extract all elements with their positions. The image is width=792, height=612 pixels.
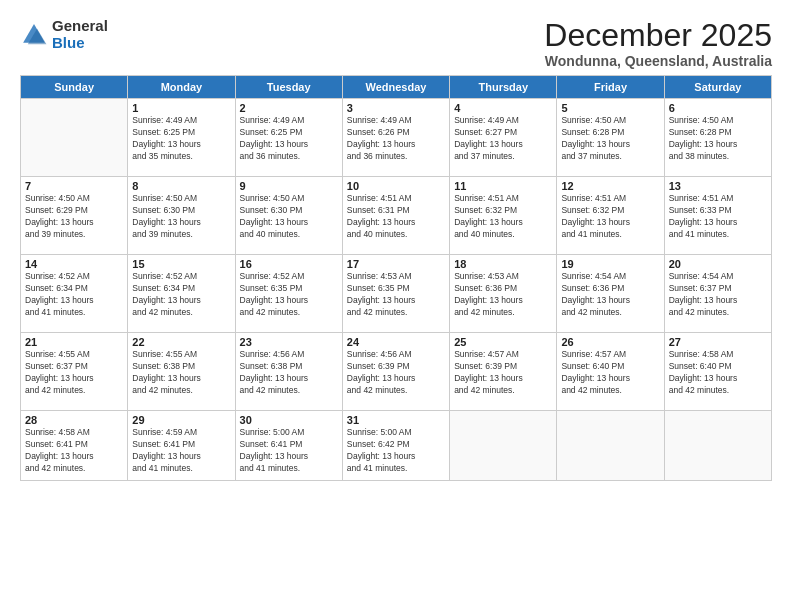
sunset-text: Sunset: 6:36 PM xyxy=(454,283,552,295)
daylight-line1: Daylight: 13 hours xyxy=(454,295,552,307)
calendar-cell: 27Sunrise: 4:58 AMSunset: 6:40 PMDayligh… xyxy=(664,333,771,411)
daylight-line1: Daylight: 13 hours xyxy=(669,139,767,151)
daylight-line2: and 40 minutes. xyxy=(240,229,338,241)
day-number: 12 xyxy=(561,180,659,192)
calendar-cell: 31Sunrise: 5:00 AMSunset: 6:42 PMDayligh… xyxy=(342,411,449,481)
daylight-line2: and 38 minutes. xyxy=(669,151,767,163)
calendar-cell: 18Sunrise: 4:53 AMSunset: 6:36 PMDayligh… xyxy=(450,255,557,333)
sunset-text: Sunset: 6:32 PM xyxy=(454,205,552,217)
day-number: 15 xyxy=(132,258,230,270)
calendar-cell: 22Sunrise: 4:55 AMSunset: 6:38 PMDayligh… xyxy=(128,333,235,411)
daylight-line1: Daylight: 13 hours xyxy=(132,139,230,151)
day-number: 3 xyxy=(347,102,445,114)
sunrise-text: Sunrise: 4:52 AM xyxy=(132,271,230,283)
daylight-line2: and 42 minutes. xyxy=(132,385,230,397)
day-number: 21 xyxy=(25,336,123,348)
daylight-line2: and 42 minutes. xyxy=(669,385,767,397)
sunset-text: Sunset: 6:36 PM xyxy=(561,283,659,295)
daylight-line2: and 42 minutes. xyxy=(347,307,445,319)
daylight-line1: Daylight: 13 hours xyxy=(454,373,552,385)
day-number: 24 xyxy=(347,336,445,348)
daylight-line1: Daylight: 13 hours xyxy=(347,451,445,463)
daylight-line2: and 42 minutes. xyxy=(669,307,767,319)
daylight-line2: and 41 minutes. xyxy=(132,463,230,475)
calendar-week-2: 7Sunrise: 4:50 AMSunset: 6:29 PMDaylight… xyxy=(21,177,772,255)
sunrise-text: Sunrise: 4:49 AM xyxy=(454,115,552,127)
sunset-text: Sunset: 6:26 PM xyxy=(347,127,445,139)
sunrise-text: Sunrise: 4:50 AM xyxy=(25,193,123,205)
day-number: 19 xyxy=(561,258,659,270)
sunrise-text: Sunrise: 4:51 AM xyxy=(347,193,445,205)
calendar-week-4: 21Sunrise: 4:55 AMSunset: 6:37 PMDayligh… xyxy=(21,333,772,411)
day-number: 10 xyxy=(347,180,445,192)
calendar-cell: 17Sunrise: 4:53 AMSunset: 6:35 PMDayligh… xyxy=(342,255,449,333)
daylight-line1: Daylight: 13 hours xyxy=(132,295,230,307)
calendar-header: Sunday Monday Tuesday Wednesday Thursday… xyxy=(21,76,772,99)
daylight-line2: and 40 minutes. xyxy=(454,229,552,241)
sunrise-text: Sunrise: 4:49 AM xyxy=(132,115,230,127)
calendar-cell xyxy=(664,411,771,481)
daylight-line2: and 41 minutes. xyxy=(25,307,123,319)
daylight-line2: and 39 minutes. xyxy=(25,229,123,241)
sunrise-text: Sunrise: 4:50 AM xyxy=(561,115,659,127)
sunset-text: Sunset: 6:37 PM xyxy=(669,283,767,295)
day-number: 30 xyxy=(240,414,338,426)
calendar-cell: 29Sunrise: 4:59 AMSunset: 6:41 PMDayligh… xyxy=(128,411,235,481)
daylight-line2: and 36 minutes. xyxy=(240,151,338,163)
sunrise-text: Sunrise: 4:57 AM xyxy=(561,349,659,361)
sunrise-text: Sunrise: 4:51 AM xyxy=(454,193,552,205)
calendar-cell: 16Sunrise: 4:52 AMSunset: 6:35 PMDayligh… xyxy=(235,255,342,333)
day-number: 29 xyxy=(132,414,230,426)
daylight-line1: Daylight: 13 hours xyxy=(347,139,445,151)
sunrise-text: Sunrise: 4:52 AM xyxy=(25,271,123,283)
calendar-week-1: 1Sunrise: 4:49 AMSunset: 6:25 PMDaylight… xyxy=(21,99,772,177)
daylight-line1: Daylight: 13 hours xyxy=(454,217,552,229)
sunset-text: Sunset: 6:40 PM xyxy=(669,361,767,373)
title-block: December 2025 Wondunna, Queensland, Aust… xyxy=(544,18,772,69)
calendar-cell: 8Sunrise: 4:50 AMSunset: 6:30 PMDaylight… xyxy=(128,177,235,255)
daylight-line2: and 35 minutes. xyxy=(132,151,230,163)
calendar-cell: 14Sunrise: 4:52 AMSunset: 6:34 PMDayligh… xyxy=(21,255,128,333)
daylight-line1: Daylight: 13 hours xyxy=(347,217,445,229)
calendar-cell: 10Sunrise: 4:51 AMSunset: 6:31 PMDayligh… xyxy=(342,177,449,255)
logo-text: General Blue xyxy=(52,18,108,51)
sunset-text: Sunset: 6:28 PM xyxy=(669,127,767,139)
sunrise-text: Sunrise: 4:53 AM xyxy=(454,271,552,283)
calendar-cell: 2Sunrise: 4:49 AMSunset: 6:25 PMDaylight… xyxy=(235,99,342,177)
sunrise-text: Sunrise: 4:59 AM xyxy=(132,427,230,439)
sunrise-text: Sunrise: 4:52 AM xyxy=(240,271,338,283)
day-number: 14 xyxy=(25,258,123,270)
calendar-cell: 15Sunrise: 4:52 AMSunset: 6:34 PMDayligh… xyxy=(128,255,235,333)
calendar-cell: 25Sunrise: 4:57 AMSunset: 6:39 PMDayligh… xyxy=(450,333,557,411)
daylight-line1: Daylight: 13 hours xyxy=(240,295,338,307)
daylight-line1: Daylight: 13 hours xyxy=(25,295,123,307)
sunset-text: Sunset: 6:29 PM xyxy=(25,205,123,217)
sunset-text: Sunset: 6:25 PM xyxy=(240,127,338,139)
daylight-line2: and 41 minutes. xyxy=(561,229,659,241)
sunset-text: Sunset: 6:40 PM xyxy=(561,361,659,373)
daylight-line1: Daylight: 13 hours xyxy=(132,217,230,229)
sunrise-text: Sunrise: 4:51 AM xyxy=(561,193,659,205)
col-monday: Monday xyxy=(128,76,235,99)
sunrise-text: Sunrise: 5:00 AM xyxy=(347,427,445,439)
sunrise-text: Sunrise: 4:58 AM xyxy=(25,427,123,439)
day-number: 22 xyxy=(132,336,230,348)
header-row: Sunday Monday Tuesday Wednesday Thursday… xyxy=(21,76,772,99)
sunrise-text: Sunrise: 4:55 AM xyxy=(25,349,123,361)
daylight-line1: Daylight: 13 hours xyxy=(454,139,552,151)
sunset-text: Sunset: 6:28 PM xyxy=(561,127,659,139)
day-number: 26 xyxy=(561,336,659,348)
sunrise-text: Sunrise: 4:50 AM xyxy=(132,193,230,205)
sunset-text: Sunset: 6:31 PM xyxy=(347,205,445,217)
sunrise-text: Sunrise: 4:49 AM xyxy=(347,115,445,127)
daylight-line2: and 42 minutes. xyxy=(347,385,445,397)
daylight-line2: and 37 minutes. xyxy=(454,151,552,163)
col-friday: Friday xyxy=(557,76,664,99)
sunrise-text: Sunrise: 4:56 AM xyxy=(347,349,445,361)
col-wednesday: Wednesday xyxy=(342,76,449,99)
page: General Blue December 2025 Wondunna, Que… xyxy=(0,0,792,612)
sunrise-text: Sunrise: 5:00 AM xyxy=(240,427,338,439)
daylight-line2: and 36 minutes. xyxy=(347,151,445,163)
sunset-text: Sunset: 6:34 PM xyxy=(132,283,230,295)
day-number: 23 xyxy=(240,336,338,348)
